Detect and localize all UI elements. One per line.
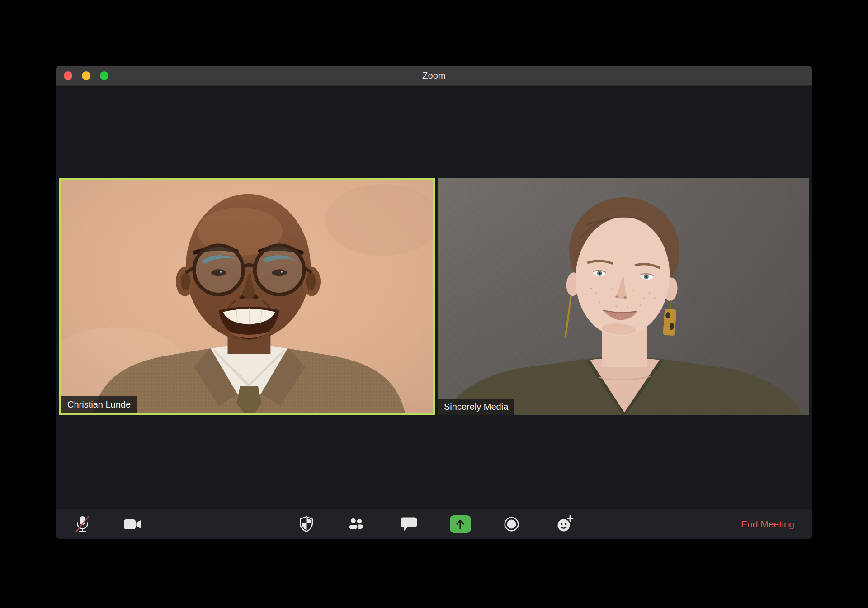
security-button[interactable]	[292, 509, 321, 539]
end-meeting-button[interactable]: End Meeting	[739, 509, 796, 539]
video-button[interactable]	[118, 509, 147, 539]
window-controls	[64, 66, 108, 86]
record-button[interactable]	[497, 509, 526, 539]
minimize-button[interactable]	[82, 71, 90, 80]
participant-name-label: Sincerely Media	[438, 399, 514, 415]
participant-video-man	[61, 180, 433, 413]
window-titlebar[interactable]: Zoom	[56, 66, 812, 86]
record-icon	[503, 516, 520, 532]
participant-name-label: Christian Lunde	[61, 396, 137, 413]
video-tile-sincerely-media[interactable]: Sincerely Media	[438, 178, 809, 415]
video-grid: Christian Lunde	[56, 86, 812, 509]
reactions-button[interactable]	[551, 509, 580, 539]
mute-button[interactable]	[68, 509, 97, 539]
video-camera-icon	[124, 518, 142, 531]
microphone-muted-icon	[74, 515, 91, 533]
shield-icon	[299, 516, 314, 532]
share-screen-button[interactable]	[446, 509, 475, 539]
chat-button[interactable]	[394, 509, 423, 539]
share-screen-arrow-icon	[450, 515, 471, 533]
zoom-app-window: Zoom	[56, 66, 812, 539]
close-button[interactable]	[64, 71, 72, 80]
meeting-toolbar: End Meeting	[56, 509, 812, 539]
participant-video-woman	[438, 178, 809, 415]
smiley-plus-icon	[556, 515, 574, 533]
participants-icon	[347, 517, 365, 531]
participants-button[interactable]	[342, 509, 371, 539]
fullscreen-button[interactable]	[100, 71, 108, 80]
chat-bubble-icon	[400, 517, 417, 532]
window-title: Zoom	[422, 71, 446, 81]
video-tile-christian-lunde[interactable]: Christian Lunde	[59, 178, 435, 415]
